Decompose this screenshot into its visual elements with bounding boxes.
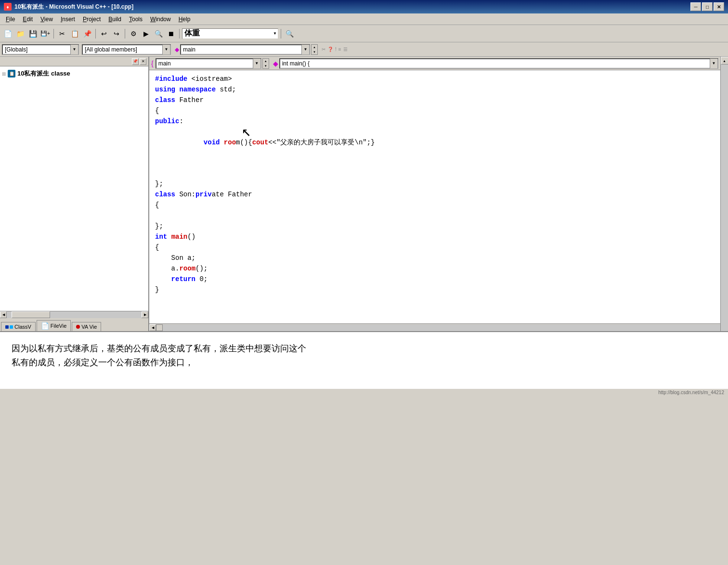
toolbar-separator-4 bbox=[179, 29, 180, 39]
class-tree: ⊞ 📋 10私有派生 classe bbox=[0, 66, 148, 311]
right-scrollbar: ▲ bbox=[720, 57, 728, 331]
panel-controls: 📌 ✕ bbox=[132, 58, 146, 65]
menu-tools[interactable]: Tools bbox=[125, 15, 146, 24]
code-line-1: #include <iostream> bbox=[155, 74, 715, 85]
explanation-line1: 因为以私有方式继承后，基类的公有成员变成了私有，派生类中想要访问这个 bbox=[12, 342, 716, 356]
code-line-14: Son a; bbox=[155, 253, 715, 264]
function-combo[interactable]: main ▼ bbox=[156, 58, 261, 69]
save-all-button[interactable]: 💾+ bbox=[39, 28, 51, 39]
code-line-7: }; bbox=[155, 179, 715, 190]
menu-window[interactable]: Window bbox=[146, 15, 175, 24]
func-combo-arrow[interactable]: ▼ bbox=[253, 59, 260, 68]
code-line-6: void room(){cout<<"父亲的大房子我可以享受\n";} ↖ bbox=[155, 127, 715, 179]
stop-btn[interactable]: ⏹ bbox=[165, 28, 177, 39]
menu-help[interactable]: Help bbox=[175, 15, 195, 24]
code-hscrollbar: ◀ bbox=[149, 323, 720, 331]
code-line-2: using namespace std; bbox=[155, 85, 715, 95]
open-button[interactable]: 📁 bbox=[14, 28, 26, 39]
new-button[interactable]: 📄 bbox=[2, 28, 13, 39]
bottom-explanation: 因为以私有方式继承后，基类的公有成员变成了私有，派生类中想要访问这个 私有的成员… bbox=[0, 331, 728, 389]
maximize-button[interactable]: □ bbox=[702, 2, 713, 11]
tree-root-item[interactable]: ⊞ 📋 10私有派生 classe bbox=[2, 68, 146, 79]
close-button[interactable]: ✕ bbox=[714, 2, 724, 11]
undo-button[interactable]: ↩ bbox=[98, 28, 110, 39]
menu-build[interactable]: Build bbox=[104, 15, 125, 24]
scroll-track[interactable] bbox=[7, 311, 142, 318]
toolbar-separator-5 bbox=[281, 29, 281, 39]
members-arrow[interactable]: ▼ bbox=[162, 45, 170, 54]
nav-spin[interactable]: ▲ ▼ bbox=[311, 44, 318, 55]
func-spin[interactable]: ▲ ▼ bbox=[262, 58, 269, 69]
cut-button[interactable]: ✂ bbox=[56, 28, 68, 39]
code-line-15: a.room(); bbox=[155, 264, 715, 274]
func-sig-icon: ◆ bbox=[273, 60, 278, 67]
nav-toolbar: [Globals] ▼ [All global members] ▼ ◆ mai… bbox=[0, 42, 728, 57]
watermark: http://blog.csdn.net/s/m_44212 bbox=[0, 389, 728, 398]
members-dropdown[interactable]: [All global members] ▼ bbox=[82, 44, 171, 55]
vaview-tab[interactable]: VA Vie bbox=[72, 322, 101, 331]
toolbar-separator-2 bbox=[95, 29, 96, 39]
menu-project[interactable]: Project bbox=[79, 15, 104, 24]
class-dropdown[interactable]: 体重 ▼ bbox=[182, 28, 278, 39]
debug-btn[interactable]: 🔍 bbox=[153, 28, 164, 39]
fileview-tab[interactable]: 📄 FileVie bbox=[37, 320, 71, 331]
panel-title-bar: 📌 ✕ bbox=[0, 57, 148, 66]
build-btn[interactable]: ⚙ bbox=[128, 28, 139, 39]
vscroll-up[interactable]: ▲ bbox=[721, 57, 728, 64]
main-dropdown[interactable]: main ▼ bbox=[180, 44, 310, 55]
code-toolbar: { main ▼ ▲ ▼ ◆ int main() { ▼ bbox=[149, 57, 720, 70]
window-title: 10私有派生 - Microsoft Visual C++ - [10.cpp] bbox=[14, 3, 690, 11]
window-controls: ─ □ ✕ bbox=[690, 2, 724, 11]
search-button[interactable]: 🔍 bbox=[284, 28, 295, 39]
left-panel: 📌 ✕ ⊞ 📋 10私有派生 classe ◀ ▶ bbox=[0, 57, 149, 331]
code-line-4: { bbox=[155, 106, 715, 116]
code-line-13: { bbox=[155, 243, 715, 253]
vscroll-track[interactable] bbox=[721, 64, 728, 331]
classview-tab[interactable]: ClassV bbox=[1, 322, 36, 331]
main-arrow[interactable]: ▼ bbox=[301, 45, 309, 54]
app-icon: ♦ bbox=[4, 3, 12, 11]
hscroll-track[interactable] bbox=[163, 324, 720, 331]
menu-edit[interactable]: Edit bbox=[19, 15, 37, 24]
panel-close-button[interactable]: ✕ bbox=[140, 58, 146, 65]
code-line-3: class Father bbox=[155, 95, 715, 106]
main-diamond-icon: ◆ bbox=[175, 46, 179, 53]
explanation-line2: 私有的成员，必须定义一个公有函数作为接口， bbox=[12, 356, 716, 370]
title-bar: ♦ 10私有派生 - Microsoft Visual C++ - [10.cp… bbox=[0, 0, 728, 13]
scroll-right-btn[interactable]: ▶ bbox=[142, 311, 148, 318]
sig-combo-arrow[interactable]: ▼ bbox=[710, 59, 717, 68]
globals-arrow[interactable]: ▼ bbox=[70, 45, 78, 54]
code-line-16: return 0; bbox=[155, 274, 715, 285]
panel-pin-button[interactable]: 📌 bbox=[132, 58, 139, 65]
hscroll-split bbox=[156, 324, 163, 331]
code-editor[interactable]: #include <iostream> using namespace std;… bbox=[149, 70, 720, 323]
va-icon bbox=[76, 325, 80, 329]
scroll-left-btn[interactable]: ◀ bbox=[0, 311, 7, 318]
sig-combo[interactable]: int main() { ▼ bbox=[279, 58, 718, 69]
code-line-10 bbox=[155, 211, 715, 221]
code-line-17: } bbox=[155, 285, 715, 295]
hscroll-left[interactable]: ◀ bbox=[149, 324, 156, 331]
code-line-8: class Son:private Father bbox=[155, 190, 715, 200]
fileview-icon: 📄 bbox=[41, 322, 49, 330]
class-icon: 📋 bbox=[8, 70, 15, 77]
paste-button[interactable]: 📌 bbox=[81, 28, 93, 39]
code-line-11: }; bbox=[155, 221, 715, 232]
menu-view[interactable]: View bbox=[37, 15, 57, 24]
copy-button[interactable]: 📋 bbox=[69, 28, 80, 39]
code-area: { main ▼ ▲ ▼ ◆ int main() { ▼ #include <… bbox=[149, 57, 720, 331]
code-line-12: int main() bbox=[155, 232, 715, 243]
menu-insert[interactable]: Insert bbox=[57, 15, 79, 24]
save-button[interactable]: 💾 bbox=[27, 28, 39, 39]
minimize-button[interactable]: ─ bbox=[690, 2, 701, 11]
toolbar-separator-1 bbox=[53, 29, 54, 39]
menu-file[interactable]: File bbox=[2, 15, 19, 24]
workspace: 📌 ✕ ⊞ 📋 10私有派生 classe ◀ ▶ bbox=[0, 57, 728, 331]
run-btn[interactable]: ▶ bbox=[140, 28, 152, 39]
dropdown-arrow: ▼ bbox=[273, 31, 277, 36]
code-line-5: public: bbox=[155, 116, 715, 127]
redo-button[interactable]: ↪ bbox=[111, 28, 122, 39]
toolbar-separator-3 bbox=[125, 29, 125, 39]
panel-tabs: ClassV 📄 FileVie VA Vie bbox=[0, 318, 148, 331]
globals-dropdown[interactable]: [Globals] ▼ bbox=[2, 44, 79, 55]
